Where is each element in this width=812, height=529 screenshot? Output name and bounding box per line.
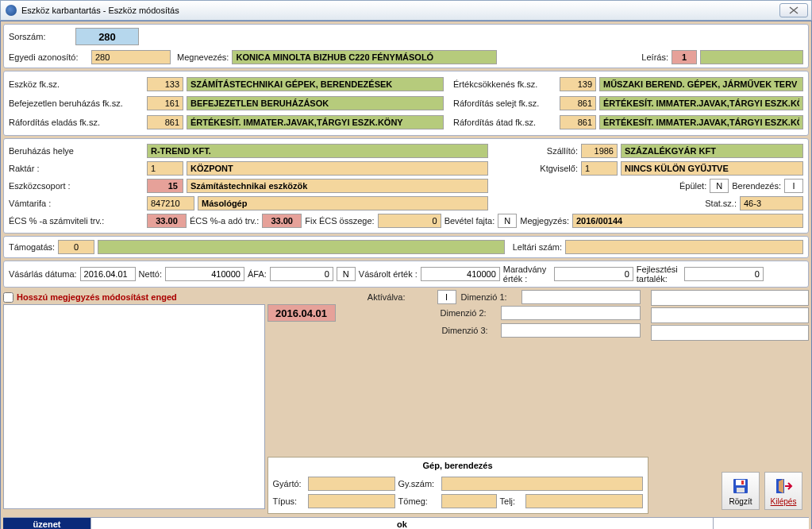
eszkozcsoport-code[interactable]: [147, 179, 183, 193]
details-panel: Beruházás helye Szállító: Raktár : Ktgvi…: [3, 138, 809, 234]
fejlesztesi-field[interactable]: [684, 267, 764, 281]
tamogatas-code[interactable]: [58, 240, 94, 254]
account-code[interactable]: [147, 96, 183, 110]
sorszam-label: Sorszám:: [9, 32, 72, 41]
epulet-field[interactable]: [710, 179, 729, 193]
app-icon: [6, 5, 17, 16]
gep-box: Gép, berendezés Gyártó: Gy.szám: Típus: …: [267, 457, 648, 514]
gyarto-field[interactable]: [308, 477, 395, 491]
account-name[interactable]: [187, 96, 444, 110]
account-code[interactable]: [560, 77, 596, 91]
beruhazas-label: Beruházás helye: [9, 146, 144, 156]
exit-button[interactable]: Kilépés: [764, 472, 802, 510]
account-code[interactable]: [147, 77, 183, 91]
right-extra-1[interactable]: [651, 290, 809, 306]
tamogatas-text[interactable]: [98, 240, 505, 254]
save-button[interactable]: Rögzít: [722, 472, 760, 510]
long-note-checkbox[interactable]: [3, 292, 13, 303]
aktivalva-field[interactable]: [267, 304, 336, 322]
svg-rect-3: [737, 488, 745, 492]
beruhazas-field[interactable]: [147, 144, 488, 158]
eszkozcsoport-name[interactable]: [187, 179, 488, 193]
ktgviselo-code[interactable]: [581, 161, 618, 176]
account-label: Értékcsökkenés fk.sz.: [453, 79, 556, 89]
status-bar: üzenet ok: [3, 517, 809, 529]
dim1-label: Dimenzió 1:: [461, 292, 517, 302]
dim3-label: Dimenzió 3:: [442, 326, 498, 335]
status-right: [714, 518, 809, 529]
dim3-field[interactable]: [501, 323, 641, 338]
account-label: Eszköz fk.sz.: [9, 79, 144, 89]
vamtarifa-code[interactable]: [147, 196, 194, 210]
afa-flag-field[interactable]: [337, 267, 356, 281]
sorszam-field[interactable]: [75, 28, 139, 45]
egyedi-label: Egyedi azonosító:: [9, 52, 88, 62]
exit-icon: [772, 477, 795, 496]
svg-rect-2: [741, 481, 744, 485]
leiras-code-field[interactable]: [672, 50, 697, 64]
vasarlas-panel: Vásárlás dátuma: Nettó: ÁFA: Vásárolt ér…: [3, 261, 809, 288]
right-extra-3[interactable]: [651, 325, 809, 341]
account-code[interactable]: [560, 96, 596, 110]
account-name[interactable]: [599, 96, 803, 110]
leiras-text-field[interactable]: [700, 50, 803, 64]
egyedi-field[interactable]: [91, 50, 171, 64]
gyarto-label: Gyártó:: [273, 479, 305, 488]
afa-field[interactable]: [270, 267, 333, 281]
tipus-label: Típus:: [273, 496, 305, 506]
vasarolt-label: Vásárolt érték :: [359, 269, 418, 279]
szallito-code[interactable]: [581, 144, 618, 158]
telj-field[interactable]: [525, 494, 643, 508]
vasarlas-datum-field[interactable]: [80, 267, 136, 281]
account-code[interactable]: [560, 115, 596, 129]
megjegyzes-field[interactable]: [572, 214, 803, 228]
maradvany-field[interactable]: [554, 267, 633, 281]
vamtarifa-name[interactable]: [198, 196, 488, 210]
vasarolt-field[interactable]: [421, 267, 500, 281]
maradvany-label: Maradvány érték :: [503, 264, 551, 284]
account-code[interactable]: [147, 115, 183, 129]
berendezes-field[interactable]: [784, 179, 803, 193]
aktivalva-label: Aktíválva:: [368, 292, 406, 302]
account-name[interactable]: [599, 77, 803, 91]
raktar-code[interactable]: [147, 161, 183, 176]
header-panel: Sorszám: Egyedi azonosító: Megnevezés: L…: [3, 24, 809, 68]
megnevezes-field[interactable]: [232, 50, 497, 64]
bevetel-field[interactable]: [498, 214, 517, 228]
statsz-field[interactable]: [740, 196, 803, 210]
tomeg-label: Tömeg:: [398, 496, 438, 506]
account-name[interactable]: [187, 77, 444, 91]
leiras-label: Leírás:: [641, 52, 668, 62]
ecs-szamv-field[interactable]: [147, 214, 187, 228]
megjegyzes-label: Megjegyzés:: [520, 216, 569, 226]
ktgviselo-name[interactable]: [621, 161, 803, 176]
titlebar: Eszköz karbantartás - Eszköz módosítás: [0, 0, 812, 21]
note-textarea[interactable]: [3, 304, 265, 509]
dim1-field[interactable]: [521, 290, 641, 304]
szallito-name[interactable]: [621, 144, 803, 158]
dim-flag-field[interactable]: [437, 290, 456, 304]
svg-rect-1: [736, 480, 745, 485]
ecs-ado-field[interactable]: [262, 214, 302, 228]
tipus-field[interactable]: [308, 494, 395, 508]
window-title: Eszköz karbantartás - Eszköz módosítás: [21, 6, 179, 15]
bevetel-label: Bevétel fajta:: [444, 216, 495, 226]
statsz-label: Stat.sz.:: [691, 199, 737, 208]
netto-field[interactable]: [165, 267, 244, 281]
right-extra-2[interactable]: [651, 307, 809, 323]
fix-ecs-field[interactable]: [378, 214, 441, 228]
ktgviselo-label: Ktgviselő:: [532, 164, 578, 173]
tomeg-field[interactable]: [441, 494, 497, 508]
account-name[interactable]: [187, 115, 444, 129]
afa-label: ÁFA:: [248, 269, 267, 279]
gyszam-field[interactable]: [441, 477, 643, 491]
raktar-name[interactable]: [187, 161, 488, 176]
account-name[interactable]: [599, 115, 803, 129]
ecs-szamv-label: ÉCS % -a számviteli trv.:: [9, 216, 144, 226]
exit-label: Kilépés: [771, 497, 797, 506]
dim2-field[interactable]: [501, 306, 641, 320]
leltari-field[interactable]: [565, 240, 803, 254]
close-button[interactable]: [779, 3, 808, 17]
accounts-panel: Eszköz fk.sz. Értékcsökkenés fk.sz. Befe…: [3, 71, 809, 136]
gep-title: Gép, berendezés: [273, 461, 643, 470]
